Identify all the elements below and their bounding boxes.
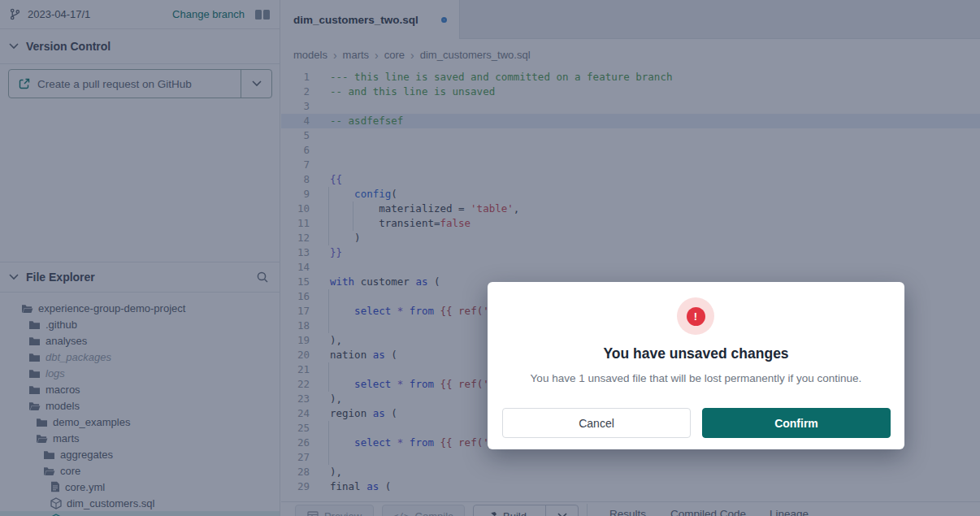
- confirm-button[interactable]: Confirm: [702, 408, 891, 438]
- dialog-actions: Cancel Confirm: [502, 408, 891, 438]
- exclamation-icon: !: [687, 307, 705, 326]
- cancel-button[interactable]: Cancel: [502, 408, 691, 438]
- dbt-ide-window: 2023-04-17/1 Change branch Version Contr…: [0, 0, 980, 516]
- unsaved-changes-dialog: ! You have unsaved changes You have 1 un…: [488, 282, 904, 449]
- dialog-title: You have unsaved changes: [488, 345, 904, 362]
- dialog-message: You have 1 unsaved file that will be los…: [488, 372, 904, 384]
- alert-icon: !: [677, 297, 714, 335]
